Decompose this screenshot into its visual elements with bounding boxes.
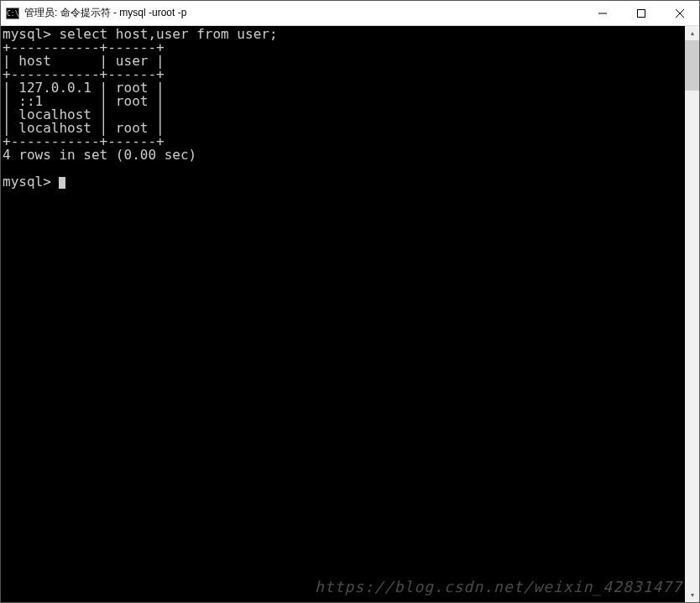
window-title: 管理员: 命令提示符 - mysql -uroot -p	[24, 6, 583, 20]
terminal-output[interactable]: mysql> select host,user from user; +----…	[1, 26, 685, 602]
scroll-up-arrow[interactable]: ▴	[685, 26, 699, 40]
terminal-area: mysql> select host,user from user; +----…	[1, 26, 699, 602]
close-button[interactable]	[661, 1, 699, 25]
svg-rect-1	[638, 9, 645, 17]
maximize-icon	[637, 9, 645, 18]
cursor	[59, 177, 65, 189]
minimize-button[interactable]	[583, 1, 622, 25]
window-controls	[583, 1, 699, 25]
vertical-scrollbar[interactable]: ▴ ▾	[685, 26, 699, 602]
prompt: mysql>	[3, 174, 59, 190]
result-summary: 4 rows in set (0.00 sec)	[3, 147, 196, 163]
scroll-thumb[interactable]	[685, 40, 699, 91]
close-icon	[676, 9, 684, 18]
app-window: C:\ 管理员: 命令提示符 - mysql -uroot -p mysql> …	[0, 0, 700, 603]
titlebar[interactable]: C:\ 管理员: 命令提示符 - mysql -uroot -p	[1, 1, 699, 26]
minimize-icon	[598, 9, 607, 18]
maximize-button[interactable]	[622, 1, 661, 25]
scroll-down-arrow[interactable]: ▾	[685, 588, 699, 602]
cmd-icon: C:\	[6, 8, 19, 19]
